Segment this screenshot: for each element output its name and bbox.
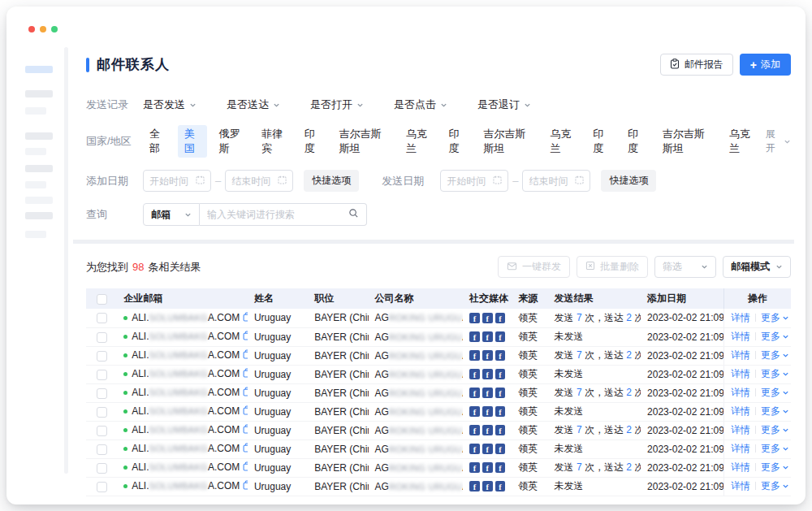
facebook-icon[interactable]: f: [495, 369, 506, 379]
facebook-icon[interactable]: f: [482, 462, 493, 473]
copy-icon[interactable]: [243, 387, 248, 399]
detail-link[interactable]: 详情: [731, 387, 750, 398]
search-input[interactable]: [207, 209, 348, 220]
region-tab[interactable]: 乌克兰: [544, 125, 581, 158]
region-tab[interactable]: 乌克兰: [400, 125, 437, 158]
start-date-field[interactable]: [447, 175, 490, 187]
row-checkbox[interactable]: [97, 313, 107, 323]
copy-icon[interactable]: [243, 368, 248, 380]
facebook-icon[interactable]: f: [469, 444, 480, 454]
copy-icon[interactable]: [243, 480, 248, 492]
sidebar-item[interactable]: [25, 165, 53, 172]
sidebar-item[interactable]: [25, 212, 53, 219]
detail-link[interactable]: 详情: [731, 312, 750, 323]
region-tab[interactable]: 印度: [621, 125, 650, 158]
facebook-icon[interactable]: f: [469, 406, 480, 417]
bulk-delete-button[interactable]: 批量删除: [577, 256, 648, 278]
more-link[interactable]: 更多: [761, 349, 789, 361]
filter-select[interactable]: 筛选: [654, 256, 716, 278]
region-tab[interactable]: 吉尔吉斯斯坦: [477, 125, 538, 158]
facebook-icon[interactable]: f: [495, 481, 506, 492]
facebook-icon[interactable]: f: [495, 406, 506, 417]
sidebar-item[interactable]: [25, 181, 46, 188]
query-type-select[interactable]: 邮箱: [143, 203, 200, 226]
dropdown-is-unsubscribed[interactable]: 是否退订: [477, 97, 531, 112]
maximize-window-button[interactable]: [51, 26, 58, 32]
facebook-icon[interactable]: f: [469, 350, 480, 361]
bulk-send-button[interactable]: 一键群发: [498, 256, 570, 278]
copy-icon[interactable]: [243, 312, 248, 324]
facebook-icon[interactable]: f: [469, 369, 480, 379]
row-checkbox[interactable]: [97, 482, 107, 492]
more-link[interactable]: 更多: [761, 368, 789, 379]
row-checkbox[interactable]: [97, 463, 107, 474]
mail-report-button[interactable]: 邮件报告: [660, 54, 733, 76]
copy-icon[interactable]: [243, 461, 248, 474]
more-link[interactable]: 更多: [761, 312, 789, 323]
region-tab[interactable]: 吉尔吉斯斯坦: [333, 125, 394, 158]
region-tab[interactable]: 印度: [443, 125, 472, 158]
dropdown-is-clicked[interactable]: 是否点击: [394, 97, 447, 112]
keyword-search-box[interactable]: [200, 203, 367, 226]
row-checkbox[interactable]: [97, 388, 107, 399]
detail-link[interactable]: 详情: [731, 443, 750, 454]
row-checkbox[interactable]: [97, 426, 107, 436]
send-date-end-input[interactable]: [522, 170, 590, 192]
copy-icon[interactable]: [243, 424, 248, 436]
sidebar-item[interactable]: [25, 107, 46, 115]
facebook-icon[interactable]: f: [482, 425, 493, 435]
dropdown-is-delivered[interactable]: 是否送达: [227, 97, 280, 112]
more-link[interactable]: 更多: [761, 480, 789, 492]
minimize-window-button[interactable]: [40, 26, 46, 32]
more-link[interactable]: 更多: [761, 461, 789, 473]
region-tab[interactable]: 菲律宾: [255, 125, 292, 158]
close-window-button[interactable]: [28, 26, 35, 32]
facebook-icon[interactable]: f: [482, 388, 493, 398]
more-link[interactable]: 更多: [761, 387, 789, 398]
facebook-icon[interactable]: f: [482, 406, 493, 417]
sidebar-item[interactable]: [25, 132, 53, 140]
more-link[interactable]: 更多: [761, 424, 789, 435]
region-tab[interactable]: 俄罗斯: [213, 125, 250, 158]
facebook-icon[interactable]: f: [469, 462, 480, 473]
facebook-icon[interactable]: f: [482, 369, 493, 379]
facebook-icon[interactable]: f: [469, 425, 480, 435]
row-checkbox[interactable]: [97, 332, 107, 343]
copy-icon[interactable]: [243, 443, 248, 455]
sidebar-item[interactable]: [25, 90, 53, 97]
sidebar-item[interactable]: [25, 148, 46, 155]
facebook-icon[interactable]: f: [482, 313, 493, 323]
facebook-icon[interactable]: f: [469, 331, 480, 342]
copy-icon[interactable]: [243, 349, 248, 362]
facebook-icon[interactable]: f: [482, 481, 493, 492]
region-tab[interactable]: 乌克兰: [723, 125, 760, 158]
facebook-icon[interactable]: f: [495, 425, 506, 435]
facebook-icon[interactable]: f: [482, 350, 493, 361]
detail-link[interactable]: 详情: [731, 349, 750, 361]
row-checkbox[interactable]: [97, 444, 107, 455]
more-link[interactable]: 更多: [761, 405, 789, 417]
region-tab[interactable]: 印度: [298, 125, 327, 158]
add-date-start-input[interactable]: [143, 170, 211, 192]
copy-icon[interactable]: [243, 405, 248, 418]
facebook-icon[interactable]: f: [482, 331, 493, 342]
dropdown-is-opened[interactable]: 是否打开: [310, 97, 364, 112]
detail-link[interactable]: 详情: [731, 424, 750, 435]
detail-link[interactable]: 详情: [731, 405, 750, 417]
facebook-icon[interactable]: f: [495, 462, 506, 473]
facebook-icon[interactable]: f: [495, 350, 506, 361]
more-link[interactable]: 更多: [761, 443, 789, 454]
detail-link[interactable]: 详情: [731, 480, 750, 492]
row-checkbox[interactable]: [97, 407, 107, 418]
dropdown-is-sent[interactable]: 是否发送: [143, 97, 197, 112]
detail-link[interactable]: 详情: [731, 331, 750, 342]
start-date-field[interactable]: [149, 175, 192, 187]
expand-toggle[interactable]: 展开: [766, 128, 791, 155]
facebook-icon[interactable]: f: [469, 388, 480, 398]
region-tab[interactable]: 吉尔吉斯斯坦: [656, 125, 717, 158]
add-contact-button[interactable]: + 添加: [740, 54, 791, 76]
mailbox-mode-select[interactable]: 邮箱模式: [723, 256, 791, 278]
more-link[interactable]: 更多: [761, 331, 789, 342]
add-date-quick-options-button[interactable]: 快捷选项: [304, 170, 359, 192]
add-date-end-input[interactable]: [225, 170, 293, 192]
